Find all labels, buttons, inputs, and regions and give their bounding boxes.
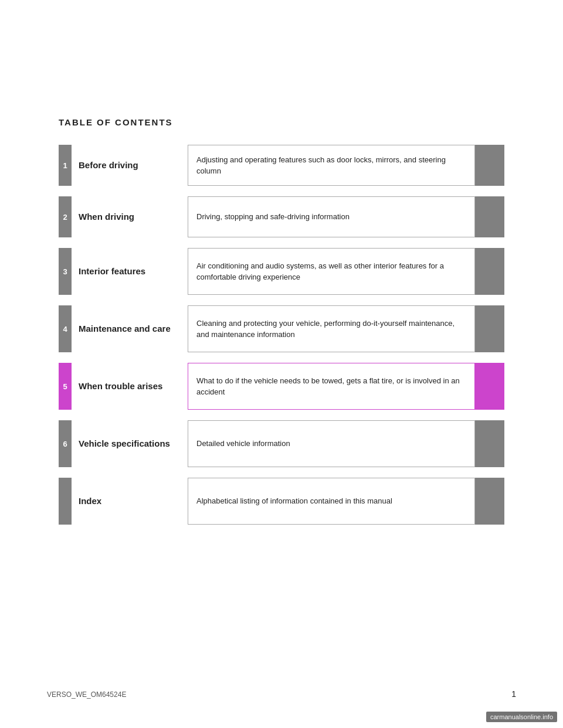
toc-label-when-driving: When driving — [72, 211, 134, 223]
toc-label-interior-features: Interior features — [72, 266, 145, 277]
toc-left-when-trouble-arises: 5When trouble arises — [59, 363, 188, 410]
toc-entry-when-trouble-arises[interactable]: 5When trouble arisesWhat to do if the ve… — [59, 363, 504, 410]
toc-entries: 1Before drivingAdjusting and operating f… — [59, 145, 504, 525]
toc-entry-when-driving[interactable]: 2When drivingDriving, stopping and safe-… — [59, 196, 504, 237]
toc-number-interior-features: 3 — [59, 248, 72, 295]
toc-accent-block-maintenance-and-care — [475, 305, 504, 352]
toc-left-before-driving: 1Before driving — [59, 145, 188, 186]
toc-label-vehicle-specifications: Vehicle specifications — [72, 438, 170, 450]
toc-right-maintenance-and-care: Cleaning and protecting your vehicle, pe… — [188, 305, 504, 352]
toc-right-interior-features: Air conditioning and audio systems, as w… — [188, 248, 504, 295]
toc-desc-interior-features: Air conditioning and audio systems, as w… — [188, 248, 475, 295]
toc-label-before-driving: Before driving — [72, 159, 138, 171]
toc-entry-maintenance-and-care[interactable]: 4Maintenance and careCleaning and protec… — [59, 305, 504, 352]
watermark: carmanualsonline.info — [486, 712, 557, 722]
toc-accent-block-before-driving — [475, 145, 504, 186]
toc-left-index: Index — [59, 478, 188, 525]
footer-text: VERSO_WE_OM64524E — [47, 690, 126, 699]
toc-number-maintenance-and-care: 4 — [59, 305, 72, 352]
toc-section: TABLE OF CONTENTS 1Before drivingAdjusti… — [0, 0, 563, 560]
toc-entry-index[interactable]: IndexAlphabetical listing of information… — [59, 478, 504, 525]
toc-accent-block-vehicle-specifications — [475, 420, 504, 467]
toc-accent-block-interior-features — [475, 248, 504, 295]
toc-desc-maintenance-and-care: Cleaning and protecting your vehicle, pe… — [188, 305, 475, 352]
toc-number-when-trouble-arises: 5 — [59, 363, 72, 410]
toc-entry-interior-features[interactable]: 3Interior featuresAir conditioning and a… — [59, 248, 504, 295]
toc-accent-block-when-trouble-arises — [475, 363, 504, 410]
toc-accent-block-when-driving — [475, 196, 504, 237]
toc-number-when-driving: 2 — [59, 196, 72, 237]
toc-right-index: Alphabetical listing of information cont… — [188, 478, 504, 525]
page-number: 1 — [511, 689, 516, 699]
toc-desc-when-trouble-arises: What to do if the vehicle needs to be to… — [188, 363, 475, 410]
toc-title: TABLE OF CONTENTS — [59, 117, 504, 127]
toc-left-when-driving: 2When driving — [59, 196, 188, 237]
toc-number-before-driving: 1 — [59, 145, 72, 186]
toc-right-vehicle-specifications: Detailed vehicle information — [188, 420, 504, 467]
toc-accent-block-index — [475, 478, 504, 525]
page-container: TABLE OF CONTENTS 1Before drivingAdjusti… — [0, 0, 563, 728]
toc-entry-before-driving[interactable]: 1Before drivingAdjusting and operating f… — [59, 145, 504, 186]
toc-label-maintenance-and-care: Maintenance and care — [72, 323, 171, 335]
toc-desc-vehicle-specifications: Detailed vehicle information — [188, 420, 475, 467]
toc-right-when-trouble-arises: What to do if the vehicle needs to be to… — [188, 363, 504, 410]
toc-right-before-driving: Adjusting and operating features such as… — [188, 145, 504, 186]
toc-left-interior-features: 3Interior features — [59, 248, 188, 295]
toc-left-maintenance-and-care: 4Maintenance and care — [59, 305, 188, 352]
toc-label-when-trouble-arises: When trouble arises — [72, 380, 162, 392]
toc-desc-index: Alphabetical listing of information cont… — [188, 478, 475, 525]
toc-right-when-driving: Driving, stopping and safe-driving infor… — [188, 196, 504, 237]
toc-label-index: Index — [72, 495, 101, 507]
toc-desc-when-driving: Driving, stopping and safe-driving infor… — [188, 196, 475, 237]
toc-entry-vehicle-specifications[interactable]: 6Vehicle specificationsDetailed vehicle … — [59, 420, 504, 467]
toc-number-index — [59, 478, 72, 525]
toc-desc-before-driving: Adjusting and operating features such as… — [188, 145, 475, 186]
toc-number-vehicle-specifications: 6 — [59, 420, 72, 467]
toc-left-vehicle-specifications: 6Vehicle specifications — [59, 420, 188, 467]
